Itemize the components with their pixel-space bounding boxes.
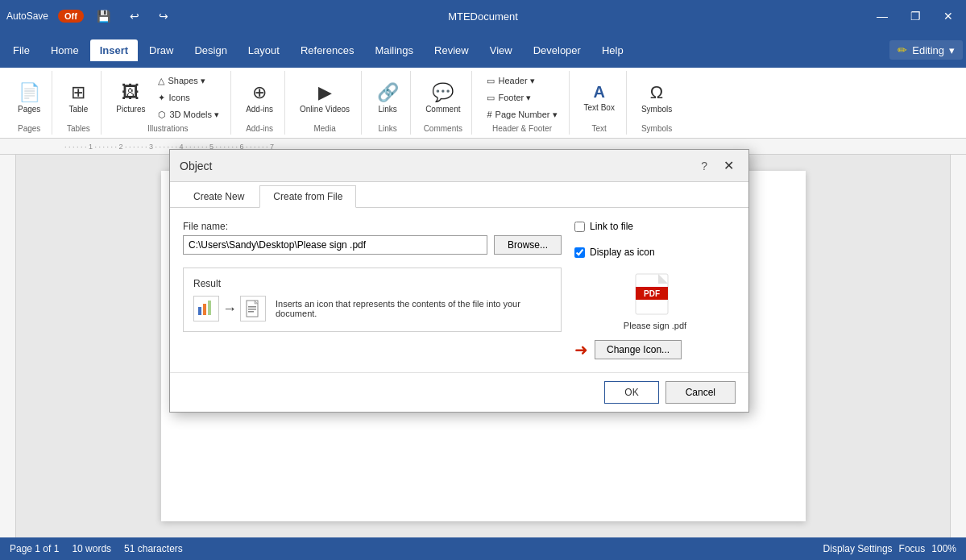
3d-models-icon: ⬡ <box>158 110 166 120</box>
symbols-button[interactable]: Ω Symbols <box>636 79 677 117</box>
browse-button[interactable]: Browse... <box>494 235 562 255</box>
link-to-file-checkbox[interactable] <box>574 222 585 232</box>
word-count: 10 words <box>72 543 111 554</box>
ribbon-toolbar: 📄 Pages Pages ⊞ Table Tables 🖼 Pictures … <box>0 68 966 139</box>
file-row: Browse... <box>183 235 562 255</box>
tab-mailings[interactable]: Mailings <box>365 39 423 61</box>
dialog-title: Object <box>180 160 212 172</box>
tab-references[interactable]: References <box>291 39 363 61</box>
focus-label[interactable]: Focus <box>899 543 926 554</box>
tab-create-from-file[interactable]: Create from File <box>259 185 356 208</box>
autosave-toggle[interactable]: Off <box>58 10 84 23</box>
addins-icon: ⊕ <box>252 82 267 103</box>
dialog-content: File name: Browse... Result <box>170 208 748 372</box>
icons-button[interactable]: ✦ Icons <box>153 90 224 106</box>
svg-rect-5 <box>248 309 256 310</box>
link-to-file-label[interactable]: Link to file <box>590 221 633 232</box>
tab-create-new[interactable]: Create New <box>180 185 258 207</box>
tab-developer[interactable]: Developer <box>524 39 591 61</box>
tab-draw[interactable]: Draw <box>139 39 183 61</box>
links-button[interactable]: 🔗 Links <box>371 79 404 117</box>
page-info: Page 1 of 1 <box>10 543 59 554</box>
footer-button[interactable]: ▭ Footer ▾ <box>482 90 562 106</box>
save-button[interactable]: 💾 <box>90 6 117 26</box>
svg-rect-0 <box>198 307 201 315</box>
group-links: 🔗 Links Links <box>365 71 411 135</box>
pictures-button[interactable]: 🖼 Pictures <box>111 79 150 117</box>
file-name-input[interactable] <box>183 235 487 255</box>
header-button[interactable]: ▭ Header ▾ <box>482 73 562 89</box>
status-bar: Page 1 of 1 10 words 51 characters Displ… <box>0 537 966 560</box>
editing-badge[interactable]: ✏ Editing ▾ <box>889 40 963 60</box>
cancel-button[interactable]: Cancel <box>665 381 736 404</box>
tab-view[interactable]: View <box>480 39 522 61</box>
symbols-icon: Ω <box>650 82 663 103</box>
svg-rect-6 <box>248 311 254 313</box>
result-content: → Inserts an icon that represents the <box>193 296 551 321</box>
dialog-title-buttons: ? ✕ <box>696 156 739 175</box>
pdf-filename: Please sign .pdf <box>624 321 686 330</box>
svg-rect-1 <box>203 304 206 315</box>
source-icon-box <box>193 296 219 321</box>
page-number-button[interactable]: # Page Number ▾ <box>482 107 562 122</box>
pdf-preview: PDF Please sign .pdf <box>574 272 736 330</box>
svg-rect-4 <box>248 306 256 308</box>
text-box-button[interactable]: A Text Box <box>579 80 620 115</box>
online-videos-button[interactable]: ▶ Online Videos <box>295 79 354 117</box>
header-icon: ▭ <box>487 76 495 86</box>
online-videos-icon: ▶ <box>318 82 332 103</box>
restore-button[interactable]: ❐ <box>904 6 927 26</box>
editing-label: Editing <box>912 44 944 56</box>
dialog-help-button[interactable]: ? <box>696 158 712 174</box>
title-bar-left: AutoSave Off 💾 ↩ ↪ <box>6 6 324 26</box>
tab-design[interactable]: Design <box>184 39 236 61</box>
editing-dropdown-icon: ▾ <box>949 44 955 56</box>
display-as-icon-row: Display as icon <box>574 247 736 258</box>
pictures-icon: 🖼 <box>122 82 139 103</box>
comment-button[interactable]: 💬 Comment <box>421 79 465 117</box>
arrow-icon: → <box>222 301 237 317</box>
display-settings[interactable]: Display Settings <box>823 543 893 554</box>
svg-rect-2 <box>208 301 211 315</box>
ribbon-tabs: File Home Insert Draw Design Layout Refe… <box>0 32 966 68</box>
zoom-level[interactable]: 100% <box>931 543 956 554</box>
tab-help[interactable]: Help <box>592 39 633 61</box>
pages-icon: 📄 <box>19 82 40 103</box>
redo-button[interactable]: ↪ <box>152 6 175 26</box>
ok-button[interactable]: OK <box>604 381 658 404</box>
tab-home[interactable]: Home <box>41 39 89 61</box>
tab-layout[interactable]: Layout <box>238 39 289 61</box>
tab-file[interactable]: File <box>3 39 39 61</box>
pdf-icon: PDF <box>634 272 676 317</box>
comment-icon: 💬 <box>432 82 454 103</box>
dialog-tabs: Create New Create from File <box>170 182 748 208</box>
group-addins: ⊕ Add-ins Add-ins <box>234 71 285 135</box>
dialog-close-button[interactable]: ✕ <box>719 156 739 175</box>
pages-button[interactable]: 📄 Pages <box>13 79 45 117</box>
undo-button[interactable]: ↩ <box>123 6 146 26</box>
chart-icon <box>197 299 216 318</box>
display-as-icon-label[interactable]: Display as icon <box>590 247 655 258</box>
display-as-icon-checkbox[interactable] <box>574 247 585 258</box>
addins-button[interactable]: ⊕ Add-ins <box>241 79 278 117</box>
tab-insert[interactable]: Insert <box>90 39 138 61</box>
tab-review[interactable]: Review <box>425 39 479 61</box>
result-label: Result <box>193 278 551 289</box>
close-button[interactable]: ✕ <box>937 6 960 26</box>
shapes-button[interactable]: △ Shapes ▾ <box>153 73 224 89</box>
shapes-icon: △ <box>158 76 164 86</box>
arrow-right-icon: ➜ <box>574 340 588 359</box>
target-icon-box <box>240 296 266 321</box>
title-bar-right: — ❐ ✕ <box>642 6 960 26</box>
minimize-button[interactable]: — <box>870 6 894 26</box>
file-name-label: File name: <box>183 221 562 232</box>
group-comments: 💬 Comment Comments <box>414 71 472 135</box>
table-button[interactable]: ⊞ Table <box>62 79 94 117</box>
dialog-title-bar: Object ? ✕ <box>170 150 748 182</box>
pencil-icon: ✏ <box>898 44 907 56</box>
result-description: Inserts an icon that represents the cont… <box>276 299 551 318</box>
left-ruler <box>0 155 16 537</box>
change-icon-button[interactable]: Change Icon... <box>595 340 682 359</box>
page-number-icon: # <box>487 110 491 119</box>
3d-models-button[interactable]: ⬡ 3D Models ▾ <box>153 107 224 122</box>
